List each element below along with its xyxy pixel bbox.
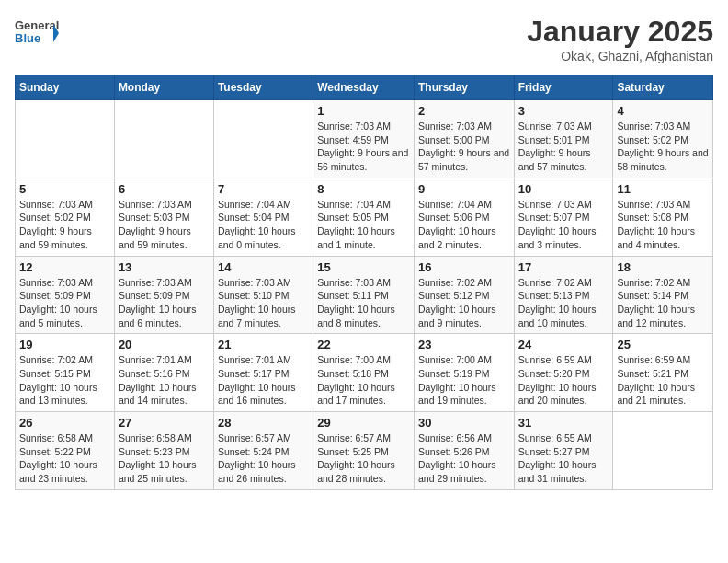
day-number: 21 — [218, 338, 309, 351]
day-info: Sunrise: 7:02 AMSunset: 5:14 PMDaylight:… — [617, 276, 709, 330]
day-info: Sunrise: 6:58 AMSunset: 5:23 PMDaylight:… — [119, 431, 210, 486]
weekday-header: Sunday — [16, 75, 115, 100]
page-title: January 2025 — [527, 15, 713, 49]
day-info: Sunrise: 7:01 AMSunset: 5:16 PMDaylight:… — [119, 353, 210, 408]
day-number: 29 — [317, 416, 410, 430]
svg-text:Blue: Blue — [15, 31, 40, 45]
calendar-cell: 10 Sunrise: 7:03 AMSunset: 5:07 PMDaylig… — [514, 178, 613, 256]
day-number: 9 — [418, 182, 510, 196]
calendar-cell: 18 Sunrise: 7:02 AMSunset: 5:14 PMDaylig… — [613, 256, 713, 334]
calendar-week-row: 12 Sunrise: 7:03 AMSunset: 5:09 PMDaylig… — [16, 256, 713, 334]
day-number: 23 — [418, 338, 510, 351]
calendar-cell: 16 Sunrise: 7:02 AMSunset: 5:12 PMDaylig… — [414, 256, 514, 334]
page-subtitle: Okak, Ghazni, Afghanistan — [527, 49, 713, 63]
day-info: Sunrise: 6:57 AMSunset: 5:25 PMDaylight:… — [317, 431, 410, 486]
calendar-cell: 14 Sunrise: 7:03 AMSunset: 5:10 PMDaylig… — [213, 256, 313, 334]
day-number: 1 — [317, 104, 410, 118]
day-number: 2 — [418, 104, 510, 118]
day-info: Sunrise: 7:03 AMSunset: 5:08 PMDaylight:… — [617, 198, 709, 252]
page-header: General Blue January 2025 Okak, Ghazni, … — [15, 15, 713, 63]
calendar-week-row: 19 Sunrise: 7:02 AMSunset: 5:15 PMDaylig… — [16, 334, 713, 412]
day-number: 19 — [19, 338, 110, 351]
day-number: 22 — [317, 338, 410, 351]
calendar-cell: 20 Sunrise: 7:01 AMSunset: 5:16 PMDaylig… — [114, 334, 213, 412]
day-info: Sunrise: 7:03 AMSunset: 5:01 PMDaylight:… — [518, 120, 609, 174]
calendar-cell: 19 Sunrise: 7:02 AMSunset: 5:15 PMDaylig… — [16, 334, 115, 412]
day-info: Sunrise: 6:57 AMSunset: 5:24 PMDaylight:… — [218, 431, 309, 486]
day-number: 15 — [317, 260, 410, 274]
day-number: 6 — [119, 182, 210, 196]
day-info: Sunrise: 6:59 AMSunset: 5:20 PMDaylight:… — [518, 353, 609, 408]
calendar-cell: 9 Sunrise: 7:04 AMSunset: 5:06 PMDayligh… — [414, 178, 514, 256]
day-info: Sunrise: 7:03 AMSunset: 5:11 PMDaylight:… — [317, 276, 410, 330]
day-number: 28 — [218, 416, 309, 430]
day-info: Sunrise: 7:00 AMSunset: 5:18 PMDaylight:… — [317, 353, 410, 408]
day-info: Sunrise: 7:03 AMSunset: 5:03 PMDaylight:… — [119, 198, 210, 252]
day-number: 24 — [518, 338, 609, 351]
calendar-cell: 13 Sunrise: 7:03 AMSunset: 5:09 PMDaylig… — [114, 256, 213, 334]
calendar-cell: 3 Sunrise: 7:03 AMSunset: 5:01 PMDayligh… — [514, 100, 613, 178]
day-number: 11 — [617, 182, 709, 196]
weekday-header: Friday — [514, 75, 613, 100]
calendar-cell: 22 Sunrise: 7:00 AMSunset: 5:18 PMDaylig… — [313, 334, 415, 412]
svg-text:General: General — [15, 18, 59, 32]
day-number: 8 — [317, 182, 410, 196]
day-number: 25 — [617, 338, 709, 351]
day-number: 4 — [617, 104, 709, 118]
day-number: 18 — [617, 260, 709, 274]
day-number: 7 — [218, 182, 309, 196]
title-block: January 2025 Okak, Ghazni, Afghanistan — [527, 15, 713, 63]
day-number: 27 — [119, 416, 210, 430]
day-info: Sunrise: 6:55 AMSunset: 5:27 PMDaylight:… — [518, 431, 609, 486]
day-info: Sunrise: 7:03 AMSunset: 5:09 PMDaylight:… — [119, 276, 210, 330]
weekday-header: Tuesday — [213, 75, 313, 100]
weekday-header: Monday — [114, 75, 213, 100]
calendar-cell: 27 Sunrise: 6:58 AMSunset: 5:23 PMDaylig… — [114, 412, 213, 490]
day-number: 13 — [119, 260, 210, 274]
calendar-cell: 29 Sunrise: 6:57 AMSunset: 5:25 PMDaylig… — [313, 412, 415, 490]
day-number: 5 — [19, 182, 110, 196]
day-number: 12 — [19, 260, 110, 274]
weekday-header: Saturday — [613, 75, 713, 100]
day-number: 30 — [418, 416, 510, 430]
day-info: Sunrise: 7:03 AMSunset: 5:07 PMDaylight:… — [518, 198, 609, 252]
calendar-week-row: 5 Sunrise: 7:03 AMSunset: 5:02 PMDayligh… — [16, 178, 713, 256]
calendar-cell: 21 Sunrise: 7:01 AMSunset: 5:17 PMDaylig… — [213, 334, 313, 412]
calendar-cell: 28 Sunrise: 6:57 AMSunset: 5:24 PMDaylig… — [213, 412, 313, 490]
day-number: 10 — [518, 182, 609, 196]
calendar-cell: 12 Sunrise: 7:03 AMSunset: 5:09 PMDaylig… — [16, 256, 115, 334]
day-info: Sunrise: 6:59 AMSunset: 5:21 PMDaylight:… — [617, 353, 709, 408]
calendar-cell: 7 Sunrise: 7:04 AMSunset: 5:04 PMDayligh… — [213, 178, 313, 256]
calendar-table: SundayMondayTuesdayWednesdayThursdayFrid… — [15, 75, 713, 490]
calendar-cell — [114, 100, 213, 178]
day-info: Sunrise: 7:03 AMSunset: 5:00 PMDaylight:… — [418, 120, 510, 174]
day-number: 26 — [19, 416, 110, 430]
calendar-week-row: 1 Sunrise: 7:03 AMSunset: 4:59 PMDayligh… — [16, 100, 713, 178]
day-info: Sunrise: 7:02 AMSunset: 5:15 PMDaylight:… — [19, 353, 110, 408]
calendar-cell: 25 Sunrise: 6:59 AMSunset: 5:21 PMDaylig… — [613, 334, 713, 412]
day-number: 17 — [518, 260, 609, 274]
calendar-cell: 17 Sunrise: 7:02 AMSunset: 5:13 PMDaylig… — [514, 256, 613, 334]
day-info: Sunrise: 7:03 AMSunset: 5:02 PMDaylight:… — [19, 198, 110, 252]
calendar-cell: 15 Sunrise: 7:03 AMSunset: 5:11 PMDaylig… — [313, 256, 415, 334]
calendar-week-row: 26 Sunrise: 6:58 AMSunset: 5:22 PMDaylig… — [16, 412, 713, 490]
logo: General Blue — [15, 15, 59, 52]
calendar-header-row: SundayMondayTuesdayWednesdayThursdayFrid… — [16, 75, 713, 100]
calendar-cell: 31 Sunrise: 6:55 AMSunset: 5:27 PMDaylig… — [514, 412, 613, 490]
day-info: Sunrise: 7:01 AMSunset: 5:17 PMDaylight:… — [218, 353, 309, 408]
calendar-cell: 11 Sunrise: 7:03 AMSunset: 5:08 PMDaylig… — [613, 178, 713, 256]
day-number: 20 — [119, 338, 210, 351]
day-info: Sunrise: 6:58 AMSunset: 5:22 PMDaylight:… — [19, 431, 110, 486]
day-number: 14 — [218, 260, 309, 274]
calendar-cell: 2 Sunrise: 7:03 AMSunset: 5:00 PMDayligh… — [414, 100, 514, 178]
calendar-cell — [16, 100, 115, 178]
day-info: Sunrise: 7:02 AMSunset: 5:13 PMDaylight:… — [518, 276, 609, 330]
calendar-cell: 6 Sunrise: 7:03 AMSunset: 5:03 PMDayligh… — [114, 178, 213, 256]
calendar-cell: 30 Sunrise: 6:56 AMSunset: 5:26 PMDaylig… — [414, 412, 514, 490]
day-info: Sunrise: 7:03 AMSunset: 5:10 PMDaylight:… — [218, 276, 309, 330]
day-info: Sunrise: 7:03 AMSunset: 4:59 PMDaylight:… — [317, 120, 410, 174]
calendar-cell: 23 Sunrise: 7:00 AMSunset: 5:19 PMDaylig… — [414, 334, 514, 412]
day-info: Sunrise: 7:02 AMSunset: 5:12 PMDaylight:… — [418, 276, 510, 330]
day-number: 31 — [518, 416, 609, 430]
calendar-cell: 1 Sunrise: 7:03 AMSunset: 4:59 PMDayligh… — [313, 100, 415, 178]
